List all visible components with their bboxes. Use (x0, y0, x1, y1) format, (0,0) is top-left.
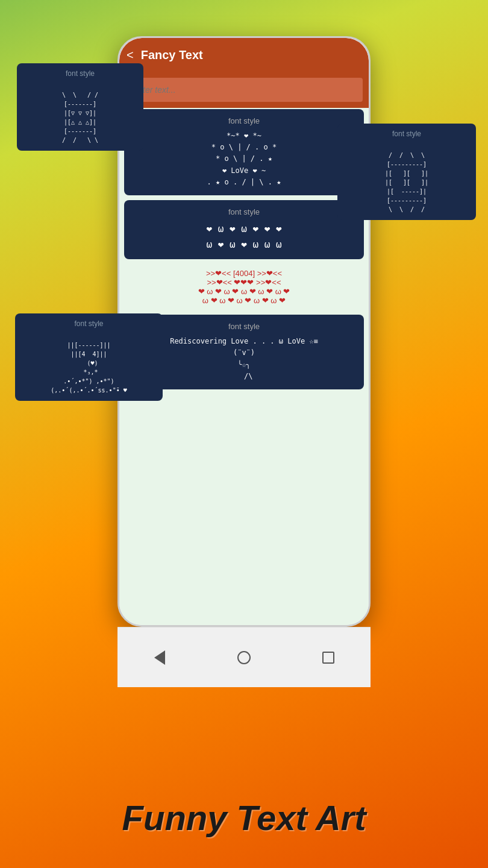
font-card-title-1: font style (23, 69, 137, 78)
hearts-card-title: font style (131, 207, 357, 216)
input-area (119, 72, 369, 108)
font-card-hearts: font style ❤ ω ❤ ω ❤ ❤ ❤ ω ❤ ω ❤ ω ω ω (124, 200, 364, 259)
font-card-top-left: font style \ \ / / [-------] |[▽ ▽ ▽]| |… (17, 63, 143, 151)
font-card-ascii-1: \ \ / / [-------] |[▽ ▽ ▽]| |[△ △ △]| [-… (23, 81, 137, 145)
heart-4004-section: >>❤<< [4004] >>❤<< >>❤<< ❤❤❤ >>❤<< ❤ ω ❤… (119, 264, 369, 310)
back-button[interactable]: < (127, 48, 134, 62)
font-card-ascii-2: / / \ \ [---------] |[ ][ ]| |[ ][ ]| |[… (343, 142, 470, 214)
home-nav-button[interactable] (235, 649, 253, 667)
rediscovering-card-title: font style (131, 322, 357, 331)
font-card-title-2: font style (343, 130, 470, 138)
font-card-ascii-3: ||[------]|| ||[4 4]|| (♥) *₃,* .•´,•*")… (21, 332, 157, 395)
font-card-top-right: font style / / \ \ [---------] |[ ][ ]| … (337, 124, 476, 220)
app-title: Fancy Text (141, 48, 203, 62)
recents-square-icon (322, 652, 334, 664)
back-triangle-icon (154, 650, 165, 665)
bottom-title: Funny Text Art (0, 797, 488, 838)
back-nav-button[interactable] (151, 649, 169, 667)
recents-nav-button[interactable] (319, 649, 337, 667)
home-circle-icon (237, 651, 251, 664)
rediscovering-card-content: Rediscovering Love . . . ω LoVe ☆≡ (¨v¨)… (131, 336, 357, 382)
app-bar: < Fancy Text (119, 38, 369, 72)
font-card-love: font style *~* ❤ *~ * o \ | / . o * * o … (124, 109, 364, 195)
love-card-title: font style (131, 116, 357, 125)
text-input[interactable] (125, 78, 363, 102)
phone-nav-bar (117, 627, 371, 687)
font-card-title-3: font style (21, 319, 157, 328)
hearts-card-content: ❤ ω ❤ ω ❤ ❤ ❤ ω ❤ ω ❤ ω ω ω (131, 221, 357, 252)
love-card-content: *~* ❤ *~ * o \ | / . o * * o \ | / . ★ ❤… (131, 130, 357, 188)
font-card-mid-left: font style ||[------]|| ||[4 4]|| (♥) *₃… (15, 313, 163, 401)
